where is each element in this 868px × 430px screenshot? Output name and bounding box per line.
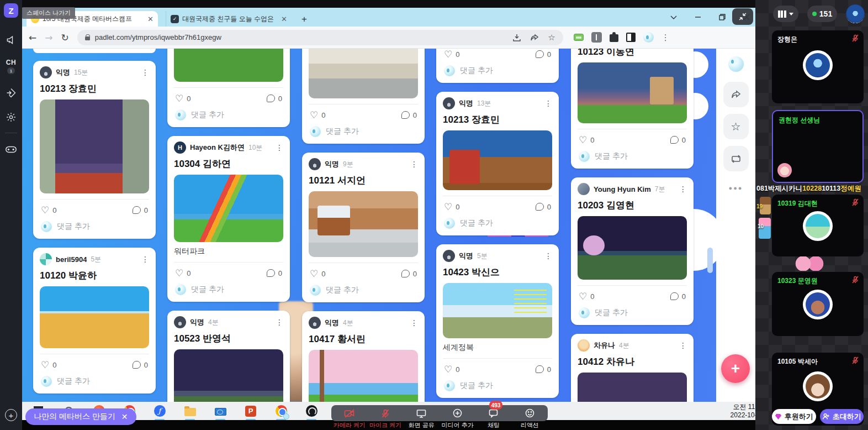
post-image[interactable] (40, 99, 149, 193)
post-image[interactable] (174, 175, 283, 242)
like-icon[interactable] (444, 201, 452, 212)
padlet-card[interactable]: 00 댓글 추가 (436, 49, 559, 83)
browser-menu-icon[interactable]: ⋮ (661, 33, 670, 43)
gray-extension-icon[interactable] (591, 32, 602, 43)
video-tile[interactable]: 10323 문영원 (772, 272, 864, 336)
post-image[interactable] (578, 62, 687, 123)
settings-gear-icon[interactable] (6, 112, 17, 123)
card-menu-icon[interactable]: ⋮ (410, 318, 418, 327)
comment-icon[interactable] (536, 365, 544, 373)
video-tile-active-speaker[interactable]: 권현정 선생님 (772, 110, 864, 183)
my-avatar[interactable] (846, 4, 865, 23)
reaction-button[interactable] (512, 405, 548, 421)
post-image[interactable] (174, 349, 283, 402)
comment-icon[interactable] (670, 136, 679, 144)
like-icon[interactable] (444, 364, 452, 375)
card-menu-icon[interactable]: ⋮ (276, 143, 283, 152)
padlet-card[interactable]: HHayeon K김하연10분⋮ 10304 김하연 워터파크 00 댓글 추가 (167, 136, 290, 302)
screen-share-button[interactable] (404, 405, 440, 421)
zep-mascot-icon[interactable] (643, 32, 654, 43)
save-download-icon[interactable] (512, 33, 521, 42)
url-text[interactable]: padlet.com/ytmpros/iqwebbr7h61gxegw (95, 33, 221, 41)
donate-button[interactable]: 후원하기 (772, 409, 816, 424)
post-image[interactable] (578, 373, 687, 402)
card-menu-icon[interactable]: ⋮ (141, 68, 149, 77)
like-icon[interactable] (310, 268, 318, 279)
flow-app-icon[interactable]: ƒ (152, 404, 167, 418)
add-comment-row[interactable]: 댓글 추가 (174, 104, 283, 122)
share-button[interactable] (723, 82, 749, 107)
screenshot-extension-icon[interactable] (574, 34, 584, 41)
address-bar[interactable]: padlet.com/ytmpros/iqwebbr7h61gxegw ☆ (77, 30, 563, 45)
comment-icon[interactable] (133, 361, 141, 369)
padlet-card[interactable]: 00 댓글 추가 (167, 49, 290, 127)
chevron-down-icon[interactable] (670, 15, 677, 19)
add-media-button[interactable] (440, 405, 475, 421)
like-icon[interactable] (444, 49, 452, 60)
reload-button[interactable]: ↻ (61, 32, 69, 43)
back-button[interactable]: ← (29, 32, 36, 43)
tab-close-icon[interactable]: ✕ (281, 15, 287, 23)
card-menu-icon[interactable]: ⋮ (141, 255, 149, 264)
comment-icon[interactable] (536, 50, 544, 58)
padlet-card[interactable]: 10123 이농연 00 댓글 추가 (571, 49, 694, 169)
add-button[interactable]: + (5, 409, 17, 421)
add-comment-row[interactable]: 댓글 추가 (443, 375, 552, 392)
padlet-card[interactable]: beril59045분⋮ 10120 박윤하 00 댓글 추가 (33, 248, 156, 394)
post-image[interactable] (309, 191, 418, 257)
like-icon[interactable] (41, 359, 49, 370)
post-image[interactable] (443, 283, 552, 338)
add-comment-row[interactable]: 댓글 추가 (443, 213, 552, 230)
card-menu-icon[interactable]: ⋮ (276, 318, 283, 327)
chrome-zep-icon[interactable] (274, 404, 288, 418)
camera-off-button[interactable] (331, 405, 367, 421)
tooltip-close-icon[interactable]: ✕ (121, 412, 128, 421)
share-icon[interactable] (530, 33, 539, 42)
metaverse-tooltip[interactable]: 나만의 메타버스 만들기 ✕ (25, 408, 136, 425)
recorder-app-icon[interactable] (304, 404, 319, 418)
exit-fullscreen-icon[interactable] (732, 8, 753, 25)
post-image[interactable] (309, 49, 418, 98)
like-icon[interactable] (579, 291, 587, 302)
padlet-card[interactable]: Young Hyun Kim7분⋮ 10203 김영현 00 댓글 추가 (571, 177, 694, 325)
restore-icon[interactable] (719, 14, 726, 20)
add-post-fab[interactable]: + (721, 354, 750, 383)
card-menu-icon[interactable]: ⋮ (679, 341, 687, 350)
gallery-view-button[interactable] (773, 6, 798, 22)
participant-count-badge[interactable]: 151 (807, 6, 837, 22)
star-button[interactable]: ☆ (723, 114, 749, 139)
padlet-card[interactable]: 익명5분⋮ 10423 박신으 세계정복 00 댓글 추가 (436, 244, 559, 398)
display-app-icon[interactable] (213, 404, 227, 418)
new-tab-button[interactable]: + (297, 12, 311, 27)
padlet-card[interactable]: 00 댓글 추가 (302, 49, 425, 144)
comment-icon[interactable] (267, 95, 275, 102)
tab-padlet-friends[interactable]: ✓ 대원국제중 친구들 오늘 수업은 ✕ (166, 11, 292, 27)
reader-extension-icon[interactable] (626, 33, 636, 42)
tag-icon[interactable] (6, 87, 17, 98)
taskbar-clock[interactable]: 오전 11:47 2022-10-05 (698, 403, 764, 419)
remake-button[interactable] (723, 146, 749, 171)
comment-icon[interactable] (133, 206, 141, 214)
like-icon[interactable] (175, 268, 183, 279)
like-icon[interactable] (175, 93, 183, 104)
comment-icon[interactable] (401, 270, 410, 277)
card-menu-icon[interactable]: ⋮ (410, 160, 418, 169)
video-tile[interactable]: 10319 김대현 (772, 195, 864, 256)
post-image[interactable] (578, 216, 687, 280)
mic-off-button[interactable] (367, 405, 403, 421)
padlet-card[interactable]: 익명15분⋮ 10213 장효민 00 댓글 추가 (33, 61, 156, 239)
powerpoint-icon[interactable]: P (244, 404, 258, 418)
comment-icon[interactable] (401, 111, 410, 119)
forward-button[interactable]: → (45, 32, 52, 43)
padlet-card[interactable]: 익명13분⋮ 10213 장효민 00 댓글 추가 (436, 92, 559, 235)
megaphone-icon[interactable] (6, 34, 17, 45)
minimize-icon[interactable] (695, 14, 701, 20)
comment-icon[interactable] (536, 203, 544, 211)
invite-button[interactable]: 초대하기 (820, 409, 864, 424)
padlet-card[interactable]: 익명4분⋮ 10523 반영석 (167, 311, 290, 402)
add-comment-row[interactable]: 댓글 추가 (309, 121, 418, 138)
like-icon[interactable] (41, 204, 49, 216)
comment-icon[interactable] (670, 292, 679, 300)
add-comment-row[interactable]: 댓글 추가 (40, 216, 149, 233)
bookmark-star-icon[interactable]: ☆ (548, 33, 555, 43)
